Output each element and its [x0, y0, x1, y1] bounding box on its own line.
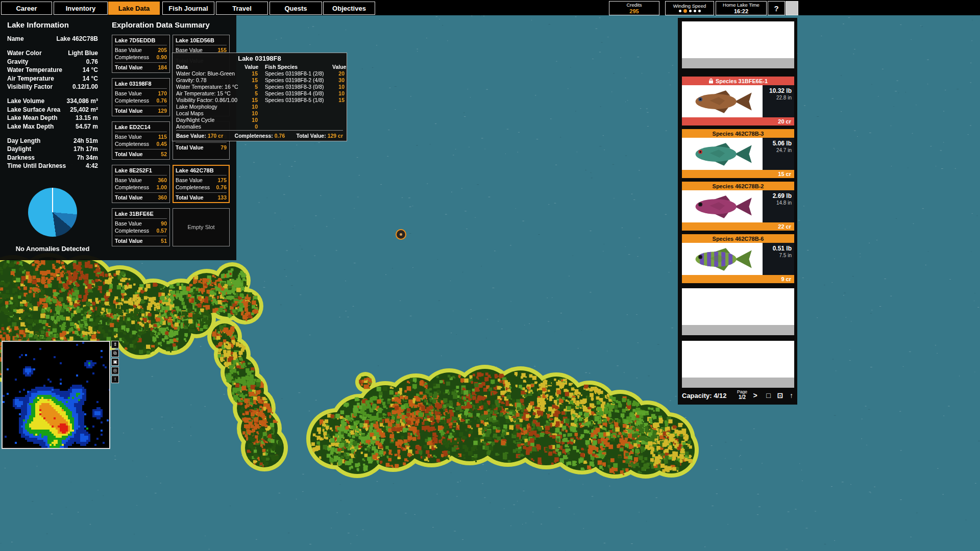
empty-slot-label: Empty Slot [187, 224, 214, 230]
empty-fish-slot[interactable] [682, 288, 794, 335]
minimap-alert-button[interactable]: ! [111, 375, 119, 383]
fish-slot[interactable]: Species 462C78B-60.51 lb7.5 in9 cr [682, 234, 794, 283]
exploration-lake-card[interactable]: Lake 31BFE6EBase Value90Completeness0.57… [112, 208, 170, 246]
minimap-layers-button[interactable]: ▣ [111, 358, 119, 366]
exploration-lake-card[interactable]: Lake 03198F8Base Value170Completeness0.7… [112, 78, 170, 116]
exploration-lake-card[interactable]: Lake 8E252F1Base Value360Completeness1.0… [112, 165, 170, 203]
minimap[interactable] [2, 341, 110, 449]
lake-info-row: Water Temperature14 °C [7, 66, 98, 74]
exploration-lake-card[interactable]: Lake 462C78BBase Value175Completeness0.7… [173, 165, 230, 203]
fish-slot-body: 0.51 lb7.5 in [682, 243, 794, 275]
lake-info-label: Water Temperature [7, 66, 62, 74]
credits-label: Credits [626, 3, 642, 8]
winding-speed-dot[interactable] [698, 10, 701, 12]
fish-weight: 10.32 lb [763, 87, 792, 94]
empty-slot-body [682, 21, 794, 58]
minimap-heatmap[interactable] [3, 342, 109, 448]
lake-card-title: Lake 10ED56B [176, 36, 227, 45]
tab-lake-data[interactable]: Lake Data [108, 2, 160, 15]
tooltip-data-row: Lake Morphology10 [176, 104, 345, 110]
winding-speed-control[interactable]: Winding Speed [665, 1, 714, 15]
minimap-zoom-button[interactable]: ⇕ [111, 341, 119, 348]
lake-info-row: Daylight17h 17m [7, 145, 98, 153]
species-name-header: Species 462C78B-2 [682, 182, 794, 190]
lake-info-label: Daylight [7, 145, 31, 153]
fish-image [684, 192, 760, 221]
fish-slot-body: 10.32 lb22.8 in [682, 85, 794, 117]
exploration-title: Exploration Data Summary [112, 20, 210, 29]
page-indicator: Page 1/2 [734, 390, 750, 400]
fish-slot[interactable]: Species 31BFE6E-110.32 lb22.8 in20 cr [682, 77, 794, 126]
winding-speed-slider[interactable] [679, 9, 701, 13]
minimap-toolbar: ⇕⧉▣◎! [111, 341, 120, 384]
lake-info-row: Gravity0.76 [7, 58, 98, 66]
tab-career[interactable]: Career [1, 2, 52, 15]
completeness-row: Completeness0.57 [115, 228, 167, 235]
pie-radius-line [52, 188, 53, 212]
fish-price: 15 cr [682, 170, 794, 178]
help-button[interactable]: ? [768, 1, 785, 15]
exploration-empty-slot[interactable]: Empty Slot [173, 208, 230, 246]
empty-slot-body [682, 288, 794, 325]
lake-card-title: Lake 31BFE6E [115, 210, 167, 219]
winding-speed-dot[interactable] [689, 10, 692, 12]
lake-info-row: NameLake 462C78B [7, 35, 98, 43]
minimap-copy-button[interactable]: ⧉ [111, 349, 119, 357]
empty-fish-slot[interactable] [682, 341, 794, 388]
fish-thumbnail [682, 243, 763, 275]
lake-card-title: Lake 462C78B [176, 166, 227, 176]
empty-slot-body [682, 341, 794, 378]
tooltip-table: DataValueFish SpeciesValueWater Color: B… [176, 64, 345, 130]
winding-speed-dot[interactable] [694, 10, 696, 12]
next-page-button[interactable]: > [750, 390, 760, 401]
window-toggle-button[interactable] [786, 1, 798, 15]
fish-price: 9 cr [682, 275, 794, 283]
fish-slot[interactable]: Species 462C78B-22.69 lb14.8 in22 cr [682, 182, 794, 231]
fish-measurements: 10.32 lb22.8 in [763, 85, 794, 117]
home-lake-time-display: Home Lake Time 16:22 [716, 1, 767, 15]
minimap-mode-button[interactable]: ◎ [111, 367, 119, 374]
tooltip-data-row: Day/Night Cycle10 [176, 117, 345, 123]
home-lake-time-label: Home Lake Time [723, 3, 760, 8]
total-value-row: Total Value51 [115, 236, 167, 245]
fish-measurements: 2.69 lb14.8 in [763, 190, 794, 222]
fish-length: 24.7 in [763, 147, 792, 153]
lake-info-value: 334,086 m³ [67, 97, 98, 105]
lake-detail-tooltip: Lake 03198F8 DataValueFish SpeciesValueW… [172, 53, 347, 141]
page-value: 1/2 [734, 394, 750, 400]
winding-speed-dot[interactable] [683, 9, 687, 13]
fish-weight: 5.06 lb [763, 140, 792, 147]
tooltip-data-row: Water Temperature: 16 °C5Species 03198F8… [176, 84, 345, 90]
tooltip-data-row: Water Color: Blue-Green15Species 03198F8… [176, 70, 345, 77]
lake-info-label: Time Until Darkness [7, 162, 66, 170]
lake-info-row: Water ColorLight Blue [7, 49, 98, 57]
credits-display: Credits 295 [609, 1, 659, 15]
tab-objectives[interactable]: Objectives [323, 2, 375, 15]
tab-quests[interactable]: Quests [270, 2, 322, 15]
exploration-lake-card[interactable]: Lake 7D5EDDBBase Value205Completeness0.9… [112, 35, 170, 73]
lake-card-title: Lake 7D5EDDB [115, 36, 167, 45]
winding-speed-dot[interactable] [679, 10, 681, 12]
scroll-up-button[interactable]: ↑ [787, 390, 796, 401]
fish-measurements: 0.51 lb7.5 in [763, 243, 794, 275]
lake-info-row: Lake Volume334,086 m³ [7, 97, 98, 105]
completeness-row: Completeness1.00 [115, 184, 167, 191]
lake-info-label: Visibility Factor [7, 83, 53, 91]
exploration-lake-card[interactable]: Lake ED2C14Base Value115Completeness0.45… [112, 121, 170, 160]
total-value-row: Total Value184 [115, 62, 167, 71]
popout-button[interactable]: ⊡ [775, 390, 785, 401]
lake-info-value: 0.76 [86, 58, 98, 66]
fish-slot[interactable]: Species 462C78B-35.06 lb24.7 in15 cr [682, 129, 794, 178]
tab-travel[interactable]: Travel [216, 2, 268, 15]
fish-image [684, 140, 760, 168]
tooltip-total-value: Total Value: 129 cr [297, 133, 343, 139]
base-value-row: Base Value175 [176, 177, 227, 184]
empty-slot-footer [682, 58, 794, 68]
tab-fish-journal[interactable]: Fish Journal [162, 2, 214, 15]
tab-inventory[interactable]: Inventory [54, 2, 108, 15]
empty-fish-slot[interactable] [682, 21, 794, 68]
fish-measurements: 5.06 lb24.7 in [763, 138, 794, 170]
grid-view-button[interactable]: □ [764, 390, 773, 401]
lake-info-row: Lake Surface Area25,402 m² [7, 106, 98, 114]
home-lake-time-value: 16:22 [734, 8, 748, 14]
